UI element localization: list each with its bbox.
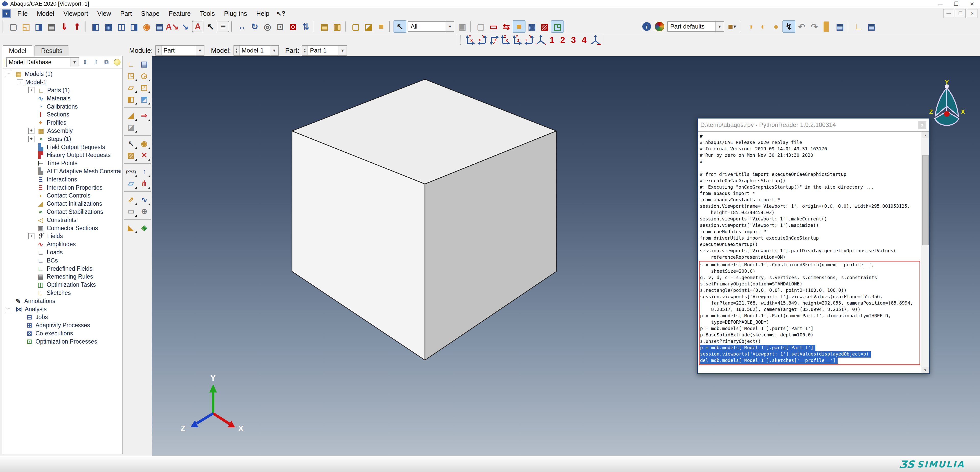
lightning-button[interactable]: ↯ bbox=[783, 21, 795, 33]
expand-icon[interactable]: + bbox=[28, 87, 35, 93]
wireframe-render-button[interactable]: ▢ bbox=[349, 21, 362, 33]
menu-viewport[interactable]: Viewport bbox=[59, 10, 93, 17]
viewport-manager-button[interactable]: ▤ bbox=[153, 21, 166, 33]
create-shell-extrude-button[interactable]: ◰ bbox=[138, 82, 151, 93]
ellipse-outline-button[interactable]: ◐ bbox=[757, 21, 770, 33]
tree-item-fields[interactable]: +ℱFields bbox=[2, 232, 122, 240]
tile-horizontally-button[interactable]: ◫ bbox=[115, 21, 127, 33]
object-snap-button[interactable]: ▣ bbox=[456, 21, 469, 33]
spinner-icon[interactable]: ▲▼ bbox=[302, 46, 308, 55]
expand-icon[interactable]: + bbox=[28, 136, 35, 142]
query-information-button[interactable]: i bbox=[640, 21, 653, 33]
color-code-palette-button[interactable] bbox=[653, 21, 666, 33]
user-view-1-button[interactable]: 1 bbox=[547, 35, 557, 45]
magnify-view-button[interactable]: ◎ bbox=[261, 21, 274, 33]
tree-item-connector-sections[interactable]: ▣Connector Sections bbox=[2, 224, 122, 232]
save-model-button[interactable]: ◨ bbox=[32, 21, 45, 33]
color-mapping-combo[interactable]: Part defaults▾ bbox=[667, 21, 724, 32]
title-bar[interactable]: Abaqus/CAE 2020 [Viewport: 1] —❐✕ bbox=[0, 0, 980, 8]
minimize-button[interactable]: — bbox=[932, 0, 948, 7]
menu-tools[interactable]: Tools bbox=[195, 10, 219, 17]
create-blend-button[interactable]: ◣ bbox=[124, 222, 138, 233]
tree-item-models-1[interactable]: −▦Models (1) bbox=[2, 70, 122, 78]
parallel-button[interactable]: ▥ bbox=[331, 21, 344, 33]
tree-item-model-1[interactable]: −Model-1 bbox=[2, 78, 122, 86]
tile-vertically-button[interactable]: ◨ bbox=[127, 21, 140, 33]
tree-item-analysis[interactable]: −⋈Analysis bbox=[2, 305, 122, 313]
expand-icon[interactable]: + bbox=[28, 128, 35, 134]
chevron-down-icon[interactable]: ▾ bbox=[338, 46, 347, 55]
select-tool-button[interactable]: ↖ bbox=[393, 21, 406, 33]
tree-item-ale-adaptive-mesh-constraints[interactable]: ▙ALE Adaptive Mesh Constraints bbox=[2, 168, 122, 176]
text-annotation-button[interactable]: A bbox=[192, 21, 204, 32]
tree-item-profiles[interactable]: +Profiles bbox=[2, 119, 122, 127]
tree-item-predefined-fields[interactable]: ∟Predefined Fields bbox=[2, 265, 122, 273]
tree-link-button[interactable]: ⧉ bbox=[102, 58, 111, 67]
selection-filter-combo[interactable]: All▾ bbox=[408, 21, 454, 32]
translate-sketch-button[interactable]: ⇗ bbox=[124, 194, 138, 206]
create-solid-extrude-button[interactable]: ◳ bbox=[124, 70, 138, 82]
chevron-down-icon[interactable]: ▾ bbox=[196, 46, 204, 55]
tree-sort-button[interactable]: ⇕ bbox=[80, 58, 89, 67]
delete-feature-button[interactable]: ◪ bbox=[124, 121, 138, 133]
collapse-icon[interactable]: − bbox=[6, 71, 12, 77]
python-reader-titlebar[interactable]: D:\temp\abaqus.rpy - PythonReader 1.9.2.… bbox=[698, 119, 929, 132]
box-zoom-button[interactable]: ⊡ bbox=[274, 21, 286, 33]
create-datum-csys-button[interactable]: ⋔ bbox=[138, 177, 151, 189]
tree-item-sections[interactable]: ISections bbox=[2, 111, 122, 119]
replace-displayed-button[interactable]: ▢ bbox=[474, 21, 487, 33]
tree-item-jobs[interactable]: ⊟Jobs bbox=[2, 313, 122, 322]
spinner-icon[interactable]: ▲▼ bbox=[156, 46, 162, 55]
create-datum-plane-button[interactable]: ▱ bbox=[124, 177, 138, 189]
edit-sketch-button[interactable]: ∿ bbox=[138, 194, 151, 206]
tab-model[interactable]: Model bbox=[2, 45, 33, 56]
perspective-button[interactable]: ▤ bbox=[318, 21, 331, 33]
tree-item-bcs[interactable]: ∟BCs bbox=[2, 257, 122, 265]
collapse-icon[interactable]: − bbox=[6, 306, 12, 312]
tree-item-history-output-requests[interactable]: ▛History Output Requests bbox=[2, 151, 122, 159]
display-shaded-button[interactable]: ■ bbox=[513, 21, 525, 33]
viewport-close-button[interactable]: ✕ bbox=[967, 9, 977, 18]
chevron-down-icon[interactable]: ▾ bbox=[445, 22, 454, 31]
viewport-minimize-button[interactable]: — bbox=[943, 9, 954, 18]
create-planar-shell-button[interactable]: ▱ bbox=[124, 82, 138, 93]
tree-item-contact-initializations[interactable]: ◢Contact Initializations bbox=[2, 200, 122, 208]
scrollbar[interactable]: ▲ ▼ bbox=[921, 132, 929, 373]
tree-item-constraints[interactable]: ◁Constraints bbox=[2, 216, 122, 224]
tree-item-remeshing-rules[interactable]: ▤Remeshing Rules bbox=[2, 273, 122, 281]
tree-item-contact-controls[interactable]: ◖Contact Controls bbox=[2, 192, 122, 200]
view-yx-button-0[interactable]: YX bbox=[465, 34, 476, 45]
create-hole-button[interactable]: ◉ bbox=[138, 138, 151, 149]
tree-up-level-button[interactable]: ⇧ bbox=[91, 58, 100, 67]
pointer-tool-button[interactable]: ↖ bbox=[204, 21, 217, 33]
create-solid-loft-button[interactable]: ◧ bbox=[124, 93, 138, 105]
customize-tools-button[interactable]: ⊕ bbox=[138, 206, 151, 217]
user-view-4-button[interactable]: 4 bbox=[579, 35, 590, 45]
exclude-region-button[interactable]: ▨ bbox=[538, 21, 551, 33]
print-button[interactable]: ▤ bbox=[45, 21, 58, 33]
tree-item-optimization-tasks[interactable]: ◫Optimization Tasks bbox=[2, 281, 122, 289]
ellipse-filled-button[interactable]: ● bbox=[770, 21, 783, 33]
tree-item-sketches[interactable]: ∟Sketches bbox=[2, 289, 122, 297]
view-yz-button-4[interactable]: YZ bbox=[511, 34, 523, 45]
create-part-button[interactable]: ∟ bbox=[124, 58, 138, 70]
partition-button[interactable]: ∟ bbox=[852, 21, 865, 33]
auto-fit-view-button[interactable]: ⊠ bbox=[286, 21, 299, 33]
ellipse-partial-button[interactable]: ◑ bbox=[744, 21, 757, 33]
tree-item-annotations[interactable]: ✎Annotations bbox=[2, 297, 122, 305]
python-code-area[interactable]: ## Abaqus/CAE Release 2020 replay file# … bbox=[698, 132, 921, 373]
tree-item-optimization-processes[interactable]: ⊡Optimization Processes bbox=[2, 337, 122, 345]
new-model-button[interactable]: ▢ bbox=[7, 21, 20, 33]
display-mesh-button[interactable]: ▦ bbox=[525, 21, 538, 33]
close-icon[interactable]: x bbox=[918, 121, 926, 129]
tree-item-co-executions[interactable]: ⊠Co-executions bbox=[2, 329, 122, 338]
tree-item-time-points[interactable]: ⊢Time Points bbox=[2, 159, 122, 168]
chevron-down-icon[interactable]: ▾ bbox=[270, 46, 278, 55]
job-monitor-button[interactable]: ▊ bbox=[821, 21, 834, 33]
tree-item-interactions[interactable]: ΞInteractions bbox=[2, 175, 122, 184]
mdi-system-menu-icon[interactable]: ▾ bbox=[2, 9, 11, 18]
scrollbar-thumb[interactable] bbox=[922, 155, 929, 245]
tree-item-calibrations[interactable]: ◔Calibrations bbox=[2, 103, 122, 111]
model-combo[interactable]: ▲▼ Model-1 ▾ bbox=[234, 45, 279, 55]
pan-view-button[interactable]: ↔ bbox=[235, 21, 248, 33]
